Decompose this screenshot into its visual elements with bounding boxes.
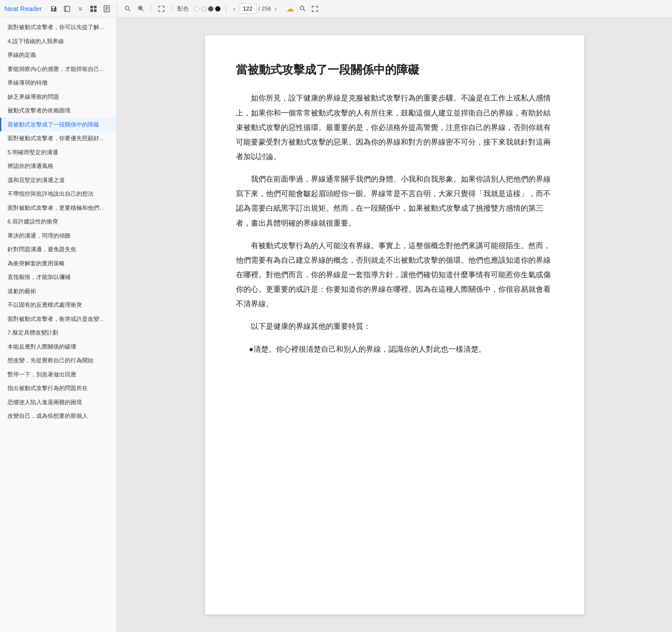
sidebar-item-1[interactable]: 4.設下情緒的人我界線 [0, 34, 116, 48]
svg-line-17 [303, 10, 305, 11]
svg-point-16 [300, 6, 304, 10]
sidebar-item-6[interactable]: 被動式攻擊者的依賴困境 [0, 104, 116, 118]
next-page-button[interactable]: › [273, 4, 279, 13]
sidebar-item-15[interactable]: 果決的溝通，同理的傾聽 [0, 229, 116, 243]
sidebar-item-26[interactable]: 指出被動式攻擊行為的問題所在 [0, 381, 116, 395]
book-icon[interactable] [62, 4, 72, 14]
sidebar-item-16[interactable]: 針對問題溝通，避免題失焦 [0, 242, 116, 257]
svg-rect-5 [94, 9, 97, 12]
separator2 [151, 4, 151, 13]
save-icon[interactable] [49, 4, 59, 14]
paragraph-3: 以下是健康的界線其他的重要特質： [236, 319, 553, 334]
page-nav: ‹ / 256 › [231, 4, 278, 14]
sidebar-item-5[interactable]: 缺乏界線導致的問題 [0, 90, 116, 104]
search1-icon[interactable] [123, 4, 132, 14]
sidebar-item-9[interactable]: 5.明確而堅定的溝通 [0, 145, 116, 160]
bullets-container: ●清楚。你心裡很清楚自己和別人的界線，認識你的人對此也一樣清楚。 [236, 342, 553, 357]
separator1 [117, 4, 117, 13]
sidebar-item-27[interactable]: 恐懼使人陷入進退兩難的困境 [0, 395, 116, 409]
sidebar-item-20[interactable]: 不以固有的反應模式處理衝突 [0, 298, 116, 312]
sidebar-item-4[interactable]: 界線薄弱的特徵 [0, 76, 116, 90]
svg-line-11 [128, 10, 130, 11]
search2-icon[interactable] [136, 4, 146, 14]
sidebar-item-8[interactable]: 面對被動式攻擊者，你要優先照顧好自己 [0, 131, 116, 145]
svg-line-13 [142, 10, 143, 11]
svg-point-10 [125, 6, 129, 10]
paragraph-0: 如你所見，設下健康的界線是克服被動式攻擊行為的重要步驟。不論是在工作上或私人感情… [236, 91, 553, 164]
svg-rect-4 [90, 9, 93, 12]
sidebar-item-22[interactable]: 7.擬定具體改變計劃 [0, 326, 116, 340]
sidebar-item-3[interactable]: 要能洞察內心的感覺，才能捍衛自己的界線 [0, 62, 116, 76]
cloud-icon[interactable]: ☁ [285, 4, 295, 14]
book-page: 當被動式攻擊成了一段關係中的障礙 如你所見，設下健康的界線是克服被動式攻擊行為的… [205, 35, 584, 614]
page-total: / 256 [258, 5, 271, 12]
svg-rect-0 [64, 6, 70, 11]
separator3 [172, 4, 172, 13]
separator4 [226, 4, 226, 13]
doc-icon[interactable] [102, 4, 112, 14]
sidebar-item-11[interactable]: 溫和且堅定的溝通之道 [0, 173, 116, 187]
color-darkgray[interactable] [208, 6, 213, 11]
paragraph-1: 我們在前面學過，界線通常關乎我們的身體、小我和自我形象。如果你請別人把他們的界線… [236, 172, 553, 230]
sidebar-item-25[interactable]: 暫停一下，別急著做出回應 [0, 368, 116, 382]
sidebar-item-13[interactable]: 面對被動式攻擊者，更要積極和他們溝通 [0, 201, 116, 215]
sidebar-item-0[interactable]: 面對被動式攻擊者，你可以先從了解自己和對... [0, 20, 116, 34]
color-white[interactable] [194, 6, 199, 11]
color-label: 配色 [177, 5, 189, 13]
toolbar: Neat Reader ≡ 配色 ‹ / 256 › ☁ [0, 0, 672, 18]
app-title: Neat Reader [4, 5, 42, 12]
page-chapter-title: 當被動式攻擊成了一段關係中的障礙 [236, 62, 553, 78]
right-controls: ☁ [285, 4, 320, 14]
sidebar-item-24[interactable]: 想改變，先從覺察自己的行為開始 [0, 353, 116, 368]
svg-rect-3 [94, 6, 97, 8]
sidebar-item-10[interactable]: 辨認你的溝通風格 [0, 159, 116, 173]
sidebar-item-7[interactable]: 當被動式攻擊成了一段關係中的障礙 [0, 118, 116, 132]
sidebar-item-21[interactable]: 面對被動式攻擊者，衝突或許是改變關係的良機 [0, 312, 116, 326]
page-number-input[interactable] [239, 4, 257, 14]
bullet-0: ●清楚。你心裡很清楚自己和別人的界線，認識你的人對此也一樣清楚。 [249, 342, 553, 357]
sidebar-item-18[interactable]: 直指裂痕，才能加以彌補 [0, 270, 116, 284]
sidebar-item-14[interactable]: 6.容許建設性的衝突 [0, 215, 116, 229]
svg-rect-2 [90, 6, 93, 8]
fit-icon[interactable] [157, 4, 166, 14]
sidebar-item-12[interactable]: 不帶指控與批評地說出自己的想法 [0, 187, 116, 201]
main-layout: 面對被動式攻擊者，你可以先從了解自己和對...4.設下情緒的人我界線界線的定義要… [0, 18, 672, 632]
sidebar-item-17[interactable]: 為衝突解套的實用策略 [0, 257, 116, 271]
search-right-icon[interactable] [298, 4, 307, 14]
color-dots [194, 6, 220, 11]
prev-page-button[interactable]: ‹ [231, 4, 237, 13]
color-black[interactable] [215, 6, 220, 11]
sidebar-item-23[interactable]: 本能反應對人際關係的破壞 [0, 340, 116, 354]
fullscreen-icon[interactable] [310, 4, 320, 14]
paragraph-2: 有被動式攻擊行為的人可能沒有界線。事實上，這整個概念對他們來講可能很陌生。然而，… [236, 238, 553, 312]
grid-icon[interactable] [89, 4, 98, 14]
sidebar-item-19[interactable]: 道歉的藝術 [0, 284, 116, 298]
sidebar: 面對被動式攻擊者，你可以先從了解自己和對...4.設下情緒的人我界線界線的定義要… [0, 18, 117, 632]
color-beige[interactable] [201, 6, 206, 11]
content-area: 當被動式攻擊成了一段關係中的障礙 如你所見，設下健康的界線是克服被動式攻擊行為的… [117, 18, 672, 632]
sidebar-item-28[interactable]: 改變自己，成為你想要的那個人 [0, 409, 116, 423]
sidebar-item-2[interactable]: 界線的定義 [0, 48, 116, 62]
paragraphs-container: 如你所見，設下健康的界線是克服被動式攻擊行為的重要步驟。不論是在工作上或私人感情… [236, 91, 553, 334]
menu-icon[interactable]: ≡ [75, 4, 85, 14]
